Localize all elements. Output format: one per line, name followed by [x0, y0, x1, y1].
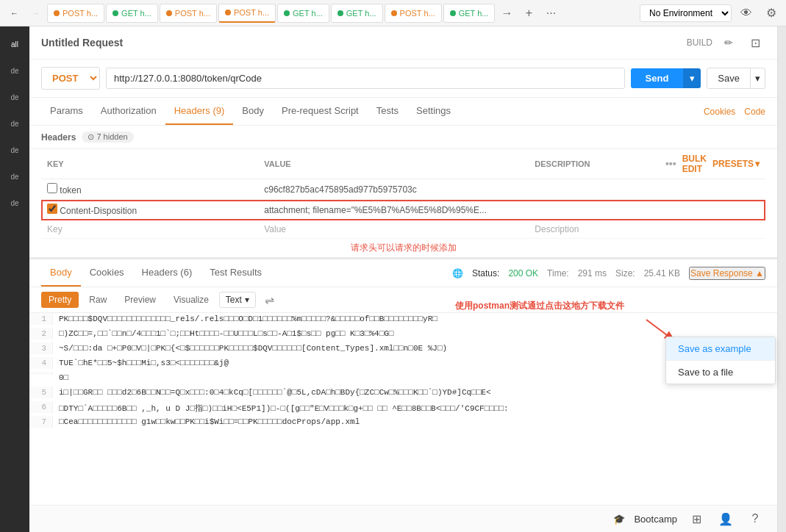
send-dropdown[interactable]: ▾ — [683, 68, 701, 88]
build-label[interactable]: BUILD — [687, 37, 712, 48]
tab-dot — [112, 10, 118, 16]
col-value-header: VALUE — [258, 149, 529, 179]
line-num-2: 2 — [29, 328, 53, 339]
line-content-2[interactable]: □)ZC□□=,□□`□□n□/4□□□1□`□;□□Ht□□□□-□□U□□□… — [53, 328, 399, 339]
tab-more[interactable]: ··· — [540, 3, 561, 24]
sidebar-item-6[interactable]: de — [3, 191, 26, 215]
tab-4-active[interactable]: POST h... — [218, 4, 276, 23]
save-to-file[interactable]: Save to a file — [666, 361, 775, 384]
tab-7[interactable]: POST h... — [385, 4, 442, 23]
line-content-6[interactable]: □DTY□`A□□□□□6B□□ ,_h, u D J□指□)□□iH□<E5P… — [53, 401, 515, 415]
format-visualize[interactable]: Visualize — [166, 292, 216, 308]
dots-icon[interactable]: ••• — [665, 158, 676, 170]
nav-back[interactable]: ← — [4, 4, 24, 23]
presets-btn[interactable]: Presets ▾ — [712, 159, 760, 169]
tab-authorization[interactable]: Authorization — [92, 98, 165, 125]
headers-annotation: 请求头可以请求的时候添加 — [41, 239, 765, 257]
tab-dot — [54, 10, 60, 16]
resp-tab-cookies[interactable]: Cookies — [81, 259, 133, 287]
line-content-7[interactable]: □Cea□□□□□□□□□□□□ g1w□□kw□□PK□□i$Wi□□=□□P… — [53, 416, 365, 428]
tab-2[interactable]: GET h... — [106, 4, 158, 23]
settings-icon[interactable]: ⚙ — [761, 3, 782, 24]
eye-icon[interactable]: 👁 — [736, 3, 757, 24]
req-tabs: Params Authorization Headers (9) Body Pr… — [29, 98, 777, 126]
send-btn-group: Send ▾ — [631, 68, 701, 88]
line-content-5[interactable]: i□|□□GR□□ □□□d2□6B□□N□□=Q□x□□□:0□4□kCq□[… — [53, 387, 497, 398]
tab-3[interactable]: POST h... — [160, 4, 217, 23]
person-icon[interactable]: 👤 — [715, 508, 736, 529]
tab-8[interactable]: GET h... — [443, 4, 496, 23]
tab-dot — [284, 10, 290, 16]
tab-tests[interactable]: Tests — [368, 98, 407, 125]
col-key-header: KEY — [41, 149, 258, 179]
row2-checkbox[interactable] — [47, 204, 57, 214]
bootcamp-icon: 🎓 — [613, 514, 625, 525]
tab-settings[interactable]: Settings — [407, 98, 460, 125]
nav-forward[interactable]: → — [26, 4, 46, 23]
presets-chevron-icon: ▾ — [755, 159, 760, 169]
resp-tab-body[interactable]: Body — [41, 259, 81, 287]
line-content-3[interactable]: ~S/□□□:da □+□P0□V□|□PK□{<□$□□□□□□PK□□□□□… — [53, 342, 453, 354]
row3-key-placeholder[interactable]: Key — [47, 224, 62, 234]
format-pretty[interactable]: Pretty — [41, 292, 79, 308]
time-label: Time: — [547, 268, 569, 278]
bootcamp-label[interactable]: Bootcamp — [634, 514, 677, 525]
sidebar-item-2[interactable]: de — [3, 85, 26, 109]
method-select[interactable]: POST — [41, 67, 100, 90]
sidebar-item-all[interactable]: all — [3, 32, 26, 56]
save-button[interactable]: Save — [707, 68, 751, 89]
grid-icon[interactable]: ⊞ — [686, 508, 707, 529]
sidebar-item-4[interactable]: de — [3, 138, 26, 162]
request-title: Untitled Request — [41, 37, 123, 48]
tab-arrow-right[interactable]: → — [496, 3, 517, 24]
line-num-7: 7 — [29, 416, 53, 428]
tab-pre-request[interactable]: Pre-request Script — [273, 98, 368, 125]
save-as-example[interactable]: Save as example — [666, 337, 775, 361]
col-actions-header: ••• Bulk Edit Presets ▾ — [660, 149, 765, 179]
row2-key: Content-Disposition — [41, 200, 258, 220]
table-row-placeholder: Key Value Description — [41, 220, 765, 239]
headers-label: Headers ⊙ 7 hidden — [41, 132, 765, 143]
save-response-btn[interactable]: Save Response ▲ — [689, 267, 765, 280]
tab-1[interactable]: POST h... — [47, 4, 104, 23]
request-actions: BUILD ✏ ⊡ — [687, 32, 765, 53]
line-num-4: 4 — [29, 357, 53, 369]
cookies-link[interactable]: Cookies — [704, 107, 735, 117]
format-type-select[interactable]: Text ▾ — [219, 292, 256, 308]
send-button[interactable]: Send — [631, 68, 684, 88]
tab-6[interactable]: GET h... — [331, 4, 383, 23]
tab-headers[interactable]: Headers (9) — [165, 98, 234, 125]
row3-value-placeholder[interactable]: Value — [264, 224, 286, 234]
sidebar-item-1[interactable]: de — [3, 59, 26, 82]
tab-body[interactable]: Body — [233, 98, 273, 125]
format-preview[interactable]: Preview — [117, 292, 163, 308]
row3-desc-placeholder[interactable]: Description — [535, 224, 579, 234]
line-content-4b: 0□ — [53, 372, 74, 384]
bulk-edit-btn[interactable]: Bulk Edit — [682, 154, 707, 174]
tab-bar: ← → POST h... GET h... POST h... POST h.… — [0, 0, 786, 26]
resp-tab-test-results[interactable]: Test Results — [201, 259, 271, 287]
row1-checkbox[interactable] — [47, 183, 57, 193]
sidebar-item-5[interactable]: de — [3, 165, 26, 188]
format-raw[interactable]: Raw — [82, 292, 114, 308]
line-content-1[interactable]: PK□□□□$DQV□□□□□□□□□□□□□_rels/.rels□□□O□D… — [53, 313, 443, 325]
sidebar-item-3[interactable]: de — [3, 112, 26, 135]
code-link[interactable]: Code — [744, 107, 765, 117]
chevron-down-icon: ▾ — [245, 295, 249, 305]
save-btn-group: Save ▾ — [707, 68, 765, 89]
help-icon[interactable]: ? — [745, 508, 765, 529]
env-select[interactable]: No Environment — [640, 4, 732, 22]
tab-add[interactable]: + — [518, 3, 539, 24]
tab-5[interactable]: GET h... — [277, 4, 329, 23]
edit-icon[interactable]: ✏ — [718, 32, 739, 53]
line-content-4[interactable]: TUE`□hE*□□5~$h□□□Mi□,s3□<□□□□□□□&j@ — [53, 357, 235, 369]
row3-desc: Description — [529, 220, 660, 239]
wrap-icon[interactable]: ⇌ — [265, 293, 274, 307]
req-tab-right: Cookies Code — [704, 107, 765, 117]
tab-params[interactable]: Params — [41, 98, 92, 125]
expand-icon[interactable]: ⊡ — [745, 32, 765, 53]
save-dropdown[interactable]: ▾ — [751, 68, 765, 89]
row2-desc — [529, 200, 660, 220]
url-input[interactable] — [106, 68, 625, 89]
resp-tab-headers[interactable]: Headers (6) — [133, 259, 201, 287]
